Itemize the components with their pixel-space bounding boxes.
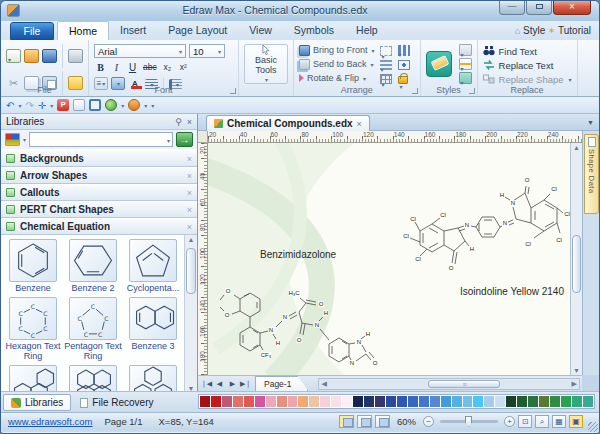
- palette-swatch[interactable]: [528, 396, 538, 407]
- close-document-icon[interactable]: ×: [357, 119, 362, 129]
- first-page-button[interactable]: ❘◀: [200, 380, 213, 388]
- undo-icon[interactable]: ↶: [6, 98, 14, 113]
- scrollbar-thumb[interactable]: [186, 248, 196, 294]
- compound-label-benzimidazolone[interactable]: Benzimidazolone: [260, 249, 336, 260]
- zoom-slider[interactable]: [440, 420, 498, 423]
- file-menu-button[interactable]: File: [10, 22, 54, 40]
- zoom-in-button[interactable]: +: [504, 416, 515, 427]
- zoom-out-button[interactable]: −: [423, 416, 434, 427]
- scroll-up-icon[interactable]: ▲: [185, 235, 197, 243]
- presentation-icon[interactable]: P: [57, 99, 69, 111]
- scroll-up-icon[interactable]: ▲: [571, 143, 582, 151]
- palette-swatch[interactable]: [342, 396, 352, 407]
- palette-swatch[interactable]: [517, 396, 527, 407]
- palette-swatch[interactable]: [441, 396, 451, 407]
- ribbon-tab[interactable]: Page Layout: [157, 21, 238, 40]
- shape-thumbnail[interactable]: [129, 239, 177, 282]
- ribbon-tab[interactable]: Home: [57, 21, 109, 40]
- scroll-down-icon[interactable]: ▼: [571, 367, 582, 374]
- redo-icon[interactable]: ↷: [25, 98, 33, 113]
- resize-grip[interactable]: [588, 422, 598, 432]
- palette-swatch[interactable]: [506, 396, 516, 407]
- library-shape-cyclopentadiene[interactable]: Cyclopenta...: [123, 237, 183, 294]
- palette-swatch[interactable]: [397, 396, 407, 407]
- library-shape-benzene-2[interactable]: Benzene 2: [63, 237, 123, 294]
- document-tab[interactable]: Chemical Compounds.edx ×: [206, 115, 370, 131]
- close-section-icon[interactable]: ×: [187, 222, 192, 232]
- palette-swatch[interactable]: [222, 396, 232, 407]
- library-section-header[interactable]: Callouts ×: [1, 184, 197, 201]
- shape-style-icon[interactable]: [459, 44, 472, 56]
- pan-dropdown[interactable]: ▾: [50, 102, 53, 109]
- file-recovery-bottom-tab[interactable]: File Recovery: [73, 394, 160, 411]
- palette-swatch[interactable]: [419, 396, 429, 407]
- palette-swatch[interactable]: [408, 396, 418, 407]
- shape-thumbnail[interactable]: CCCCC: [69, 297, 117, 340]
- edrawsoft-link[interactable]: www.edrawsoft.com: [8, 416, 92, 427]
- close-section-icon[interactable]: ×: [187, 188, 192, 198]
- minimize-button[interactable]: —: [499, 0, 525, 15]
- library-go-button[interactable]: →: [176, 132, 193, 147]
- close-panel-icon[interactable]: ×: [187, 117, 192, 127]
- title-bar[interactable]: Edraw Max - Chemical Compounds.edx — ×: [1, 1, 599, 21]
- palette-swatch[interactable]: [572, 396, 582, 407]
- shape-thumbnail[interactable]: [9, 239, 57, 282]
- replace-text-button[interactable]: Replace Text: [483, 58, 572, 72]
- select-area-icon[interactable]: [380, 46, 392, 56]
- palette-swatch[interactable]: [353, 396, 363, 407]
- center-icon[interactable]: [398, 60, 410, 70]
- style-menu[interactable]: Style: [523, 25, 545, 36]
- pin-icon[interactable]: ⚲: [175, 117, 182, 127]
- shape-thumbnail[interactable]: [69, 239, 117, 282]
- horizontal-ruler[interactable]: 20406080100120140160180200220240: [208, 131, 582, 143]
- pan-window-icon[interactable]: ▣: [569, 415, 583, 428]
- superscript-button[interactable]: x²: [177, 61, 190, 74]
- library-search-input[interactable]: ▾: [29, 132, 173, 147]
- palette-swatch[interactable]: [277, 396, 287, 407]
- vertical-ruler[interactable]: 20406080100120140160180: [198, 143, 208, 375]
- font-family-select[interactable]: Arial▾: [94, 44, 186, 58]
- scroll-left-icon[interactable]: ◀: [321, 380, 326, 388]
- basic-tools-button[interactable]: Basic Tools: [244, 44, 288, 84]
- web-dropdown[interactable]: ▾: [121, 102, 124, 109]
- last-page-button[interactable]: ▶❘: [239, 380, 252, 388]
- underline-button[interactable]: U: [126, 61, 139, 74]
- horizontal-scrollbar[interactable]: ◀ ≡ ▶: [318, 378, 580, 390]
- palette-swatch[interactable]: [495, 396, 505, 407]
- ribbon-tab[interactable]: Insert: [109, 21, 157, 40]
- web-icon[interactable]: [105, 99, 117, 111]
- distribute-columns-icon[interactable]: [398, 45, 410, 56]
- libraries-bottom-tab[interactable]: Libraries: [3, 394, 71, 411]
- scrollbar-thumb[interactable]: ≡: [428, 380, 500, 388]
- grid-view-icon[interactable]: ▦: [552, 415, 566, 428]
- palette-swatch[interactable]: [463, 396, 473, 407]
- align-icon[interactable]: [380, 60, 392, 70]
- fit-page-icon[interactable]: [89, 99, 101, 111]
- previous-page-button[interactable]: ◀: [213, 380, 226, 388]
- send-to-back-button[interactable]: Send to Back: [299, 58, 375, 70]
- page-tab[interactable]: Page-1: [255, 376, 308, 391]
- library-shape-benzene-4[interactable]: Benzene 4: [3, 363, 63, 392]
- line-style-icon[interactable]: [459, 58, 472, 70]
- palette-swatch[interactable]: [386, 396, 396, 407]
- zoom-slider-thumb[interactable]: [465, 416, 472, 427]
- lock-icon[interactable]: [398, 76, 408, 84]
- outline-view-icon[interactable]: [357, 415, 372, 428]
- shape-thumbnail[interactable]: [129, 365, 177, 392]
- new-document-icon[interactable]: [6, 49, 21, 63]
- strikethrough-button[interactable]: abc: [142, 61, 158, 74]
- close-section-icon[interactable]: ×: [187, 171, 192, 181]
- vertical-scrollbar[interactable]: ▲ ▼: [570, 143, 582, 375]
- palette-swatch[interactable]: [583, 396, 593, 407]
- palette-swatch[interactable]: [473, 396, 483, 407]
- undo-dropdown[interactable]: ▾: [18, 102, 21, 109]
- shape-thumbnail[interactable]: CCCCCC: [9, 297, 57, 340]
- style-brush-icon[interactable]: [426, 51, 452, 77]
- library-shape-benzene-5[interactable]: Benzene 5: [63, 363, 123, 392]
- palette-swatch[interactable]: [561, 396, 571, 407]
- tutorial-menu[interactable]: Tutorial: [558, 25, 591, 36]
- close-section-icon[interactable]: ×: [187, 205, 192, 215]
- tools-icon[interactable]: [128, 99, 140, 111]
- palette-swatch[interactable]: [309, 396, 319, 407]
- pan-mode-icon[interactable]: ✛: [38, 98, 46, 113]
